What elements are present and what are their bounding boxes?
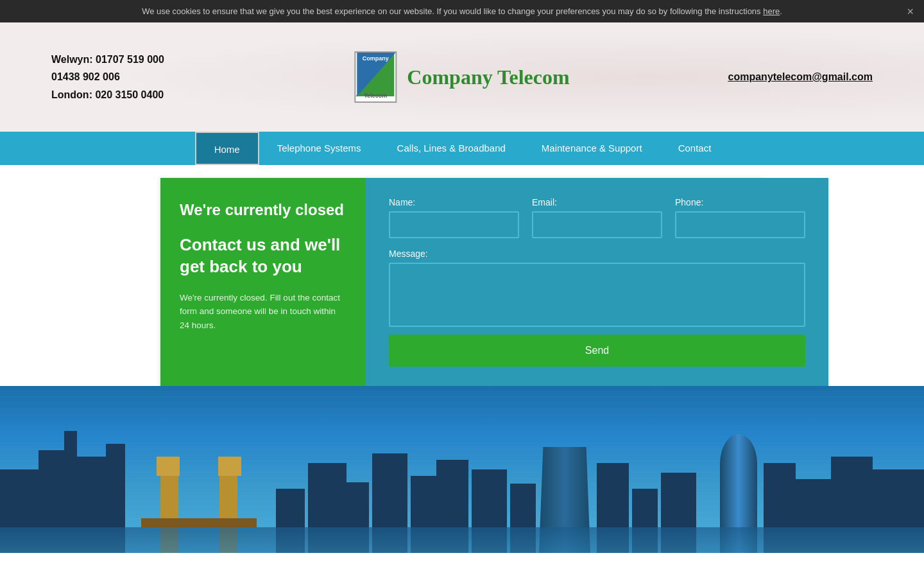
main-content: We're currently closed Contact us and we… <box>0 165 924 386</box>
header-logo-area: Company Telecom Company Telecom <box>354 51 569 103</box>
london-phone: 020 3150 0400 <box>95 89 164 100</box>
company-name: Company Telecom <box>407 66 569 89</box>
header-email[interactable]: companytelecom@gmail.com <box>728 71 873 83</box>
nav-contact[interactable]: Contact <box>660 132 730 165</box>
cookie-banner: We use cookies to ensure that we give yo… <box>0 0 924 22</box>
phone-label: Phone: <box>675 197 805 207</box>
content-card: We're currently closed Contact us and we… <box>160 178 764 386</box>
water-reflection <box>0 527 924 553</box>
form-group-phone: Phone: <box>675 197 805 238</box>
skyline-section <box>0 386 924 553</box>
name-label: Name: <box>389 197 519 207</box>
message-label: Message: <box>389 249 805 259</box>
cookie-link[interactable]: here <box>763 6 780 16</box>
tb-turret-left <box>157 457 180 476</box>
email-label: Email: <box>532 197 662 207</box>
header: Welwyn: 01707 519 000 01438 902 006 Lond… <box>0 22 924 132</box>
logo-bottom-label: Telecom <box>355 92 395 99</box>
contact-us-title: Contact us and we'll get back to you <box>180 234 346 278</box>
tb-turret-right <box>218 457 241 476</box>
closed-title: We're currently closed <box>180 201 346 219</box>
nav-calls-lines[interactable]: Calls, Lines & Broadband <box>379 132 524 165</box>
cookie-close-button[interactable]: × <box>907 5 914 19</box>
right-panel: Name: Email: Phone: Message: Send <box>366 178 828 386</box>
form-group-message: Message: <box>389 249 805 327</box>
phone-input[interactable] <box>675 211 805 238</box>
cookie-text: We use cookies to ensure that we give yo… <box>142 6 763 16</box>
main-nav: Home Telephone Systems Calls, Lines & Br… <box>0 132 924 165</box>
header-contact-info: Welwyn: 01707 519 000 01438 902 006 Lond… <box>51 51 164 103</box>
message-input[interactable] <box>389 263 805 327</box>
closed-description: We're currently closed. Fill out the con… <box>180 291 346 333</box>
logo-top-label: Company <box>355 55 395 62</box>
send-button[interactable]: Send <box>389 335 805 367</box>
form-row-top: Name: Email: Phone: <box>389 197 805 238</box>
email-link[interactable]: companytelecom@gmail.com <box>728 71 873 82</box>
name-input[interactable] <box>389 211 519 238</box>
nav-home[interactable]: Home <box>195 132 259 165</box>
london-label: London: <box>51 89 92 100</box>
nav-telephone-systems[interactable]: Telephone Systems <box>259 132 379 165</box>
form-group-name: Name: <box>389 197 519 238</box>
logo-box: Company Telecom <box>354 51 397 103</box>
nav-maintenance[interactable]: Maintenance & Support <box>524 132 660 165</box>
welwyn-phone1: 01707 519 000 <box>96 54 164 65</box>
left-panel: We're currently closed Contact us and we… <box>160 178 366 386</box>
email-input[interactable] <box>532 211 662 238</box>
form-group-email: Email: <box>532 197 662 238</box>
logo-inner: Company Telecom <box>355 53 395 101</box>
tb-road <box>141 518 257 527</box>
welwyn-phone2: 01438 902 006 <box>51 71 120 82</box>
welwyn-label: Welwyn: <box>51 54 93 65</box>
